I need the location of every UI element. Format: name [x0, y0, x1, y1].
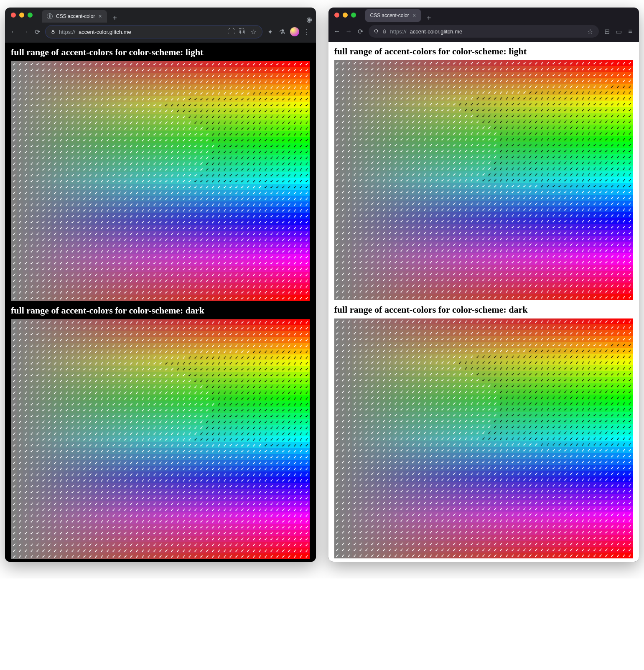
reload-button[interactable]: ⟳ — [357, 28, 364, 36]
accent-grid-light — [334, 60, 633, 300]
bookmark-star-icon[interactable]: ☆ — [249, 28, 257, 36]
traffic-lights — [5, 8, 38, 23]
minimize-window-button[interactable] — [343, 13, 348, 18]
lock-icon — [382, 29, 387, 34]
url-scheme: https:// — [390, 28, 407, 35]
bookmark-star-icon[interactable]: ☆ — [586, 28, 594, 36]
heading-light: full range of accent-colors for color-sc… — [5, 43, 316, 61]
heading-dark: full range of accent-colors for color-sc… — [5, 301, 316, 319]
accent-grid-dark — [11, 319, 310, 559]
labs-icon[interactable]: ⚗ — [278, 28, 286, 36]
browser-tab-active[interactable]: CSS accent-color × — [365, 9, 421, 22]
tab-title: CSS accent-color — [56, 13, 95, 19]
accent-grid-dark — [334, 318, 633, 558]
zoom-window-button[interactable] — [351, 13, 356, 18]
qr-icon[interactable]: ⿻ — [239, 28, 246, 36]
svg-rect-1 — [383, 31, 386, 33]
zoom-window-button[interactable] — [28, 13, 33, 18]
heading-dark: full range of accent-colors for color-sc… — [328, 300, 639, 318]
globe-icon — [47, 13, 53, 19]
reload-button[interactable]: ⟳ — [33, 28, 41, 36]
url-domain: accent-color.glitch.me — [410, 28, 463, 35]
new-tab-button[interactable]: + — [423, 14, 435, 23]
new-tab-button[interactable]: + — [109, 14, 121, 23]
menu-button[interactable]: ≡ — [626, 28, 634, 35]
lock-icon — [51, 29, 56, 34]
forward-button[interactable]: → — [22, 28, 29, 36]
chrome-window: CSS accent-color × + ◉ ← → ⟳ https://acc… — [5, 8, 316, 562]
extensions-icon[interactable]: ✦ — [267, 28, 274, 36]
address-bar[interactable]: https://accent-color.glitch.me ⛶ ⿻ ☆ — [45, 25, 262, 38]
firefox-window: CSS accent-color × + ← → ⟳ https://accen… — [328, 8, 639, 562]
close-window-button[interactable] — [334, 13, 339, 18]
back-button[interactable]: ← — [10, 28, 18, 36]
close-tab-icon[interactable]: × — [98, 13, 102, 19]
toolbar: ← → ⟳ https://accent-color.glitch.me ☆ ⊟… — [328, 23, 639, 42]
heading-light: full range of accent-colors for color-sc… — [328, 42, 639, 60]
url-domain: accent-color.glitch.me — [79, 29, 131, 35]
sidebar-icon[interactable]: ▭ — [615, 28, 622, 36]
toolbar: ← → ⟳ https://accent-color.glitch.me ⛶ ⿻… — [5, 23, 316, 43]
reader-icon[interactable]: ⊟ — [603, 28, 611, 36]
tab-title: CSS accent-color — [370, 13, 409, 18]
page-content: full range of accent-colors for color-sc… — [328, 42, 639, 562]
profile-avatar[interactable] — [290, 27, 299, 36]
back-button[interactable]: ← — [333, 28, 341, 35]
accent-grid-light — [11, 61, 310, 301]
overflow-menu-button[interactable]: ⋮ — [303, 28, 311, 36]
forward-button[interactable]: → — [345, 28, 353, 35]
minimize-window-button[interactable] — [19, 13, 24, 18]
close-window-button[interactable] — [11, 13, 16, 18]
page-content: full range of accent-colors for color-sc… — [5, 43, 316, 562]
shield-icon — [374, 29, 379, 34]
address-bar[interactable]: https://accent-color.glitch.me ☆ — [369, 25, 599, 38]
cast-icon[interactable]: ◉ — [306, 16, 313, 23]
devices-icon[interactable]: ⛶ — [228, 28, 235, 36]
close-tab-icon[interactable]: × — [412, 13, 416, 18]
traffic-lights — [328, 8, 362, 23]
browser-tab-active[interactable]: CSS accent-color × — [42, 10, 107, 23]
url-scheme: https:// — [59, 29, 75, 35]
svg-rect-0 — [52, 32, 54, 34]
